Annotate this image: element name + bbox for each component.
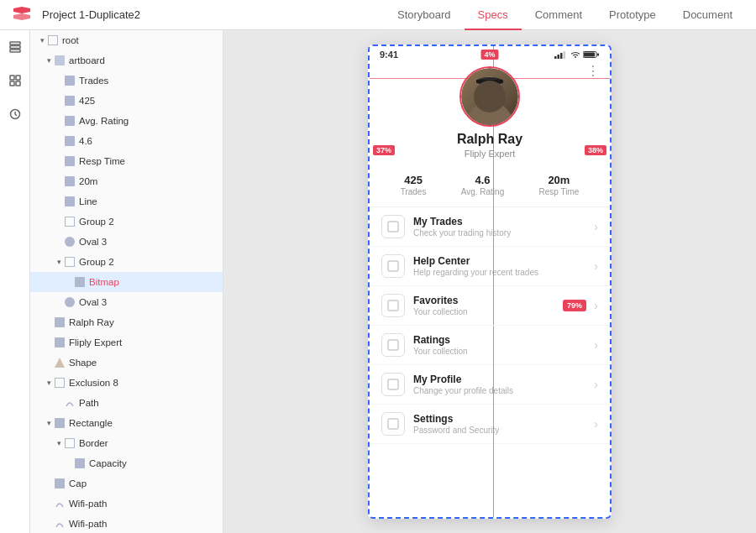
- tree-cap[interactable]: ▸Cap: [30, 473, 223, 494]
- menu-arrow-icon: ›: [594, 417, 598, 431]
- menu-arrow-icon: ›: [594, 299, 598, 312]
- tab-storyboard[interactable]: Storyboard: [384, 0, 465, 30]
- tab-comment[interactable]: Comment: [522, 0, 596, 30]
- phone-preview: 4% 37% 38% 9:41: [368, 44, 612, 519]
- layers-icon[interactable]: [5, 37, 25, 57]
- status-time: 9:41: [380, 50, 398, 60]
- topbar: Project 1-Duplicate2 Storyboard Specs Co…: [0, 0, 756, 30]
- stat-rating: 4.6 Avg. Rating: [461, 174, 505, 196]
- ratings-icon: [381, 333, 405, 357]
- menu-arrow-icon: ›: [594, 378, 598, 391]
- stat-rating-label: Avg. Rating: [461, 187, 505, 196]
- svg-rect-2: [10, 50, 20, 52]
- tree-group2-first[interactable]: ▸Group 2: [30, 212, 223, 232]
- menu-ratings-text: Ratings Your collection: [413, 334, 594, 356]
- main-layout: ▾ root ▾ artboard ▸Trades ▸425 ▸Avg. Rat…: [0, 30, 756, 533]
- avatar-wrapper: [459, 66, 520, 127]
- list-item[interactable]: ▸20m: [30, 171, 223, 191]
- menu-arrow-icon: ›: [594, 259, 598, 273]
- my-profile-icon: [381, 373, 405, 396]
- menu-my-profile[interactable]: My Profile Change your profile details ›: [370, 365, 610, 405]
- list-item[interactable]: ▸Avg. Rating: [30, 111, 223, 131]
- list-item[interactable]: ▸4.6: [30, 131, 223, 151]
- three-dots-menu[interactable]: ⋮: [586, 63, 600, 79]
- svg-rect-20: [388, 261, 398, 271]
- project-title: Project 1-Duplicate2: [42, 8, 384, 21]
- profile-name: Ralph Ray: [457, 132, 522, 147]
- stat-trades-value: 425: [401, 174, 427, 186]
- stat-resptime-label: Resp Time: [539, 187, 580, 196]
- tree-ralph-ray[interactable]: ▸Ralph Ray: [30, 312, 223, 332]
- left-iconbar: [0, 30, 30, 533]
- stat-rating-value: 4.6: [461, 174, 505, 186]
- tree-path[interactable]: ▸Path: [30, 393, 223, 413]
- list-item[interactable]: ▸Trades: [30, 71, 223, 91]
- stat-resptime-value: 20m: [539, 174, 580, 186]
- tree-artboard[interactable]: ▾ artboard: [30, 50, 223, 71]
- menu-help-center[interactable]: Help Center Help regarding your recent t…: [370, 247, 610, 286]
- measure-top: 4%: [480, 50, 498, 60]
- svg-rect-24: [388, 419, 398, 429]
- help-center-icon: [381, 254, 405, 278]
- menu-profile-text: My Profile Change your profile details: [413, 374, 594, 395]
- stat-trades: 425 Trades: [401, 174, 427, 196]
- menu-my-trades[interactable]: My Trades Check your trading history ›: [370, 207, 610, 247]
- svg-rect-4: [16, 76, 20, 80]
- tree-fliply-expert[interactable]: ▸Fliply Expert: [30, 332, 223, 353]
- tree-exclusion8[interactable]: ▾Exclusion 8: [30, 373, 223, 393]
- stat-trades-label: Trades: [401, 187, 427, 196]
- app-logo: [10, 3, 34, 27]
- tree-root[interactable]: ▾ root: [30, 30, 223, 50]
- stat-resptime: 20m Resp Time: [539, 174, 580, 196]
- list-item[interactable]: ▸Oval 3: [30, 292, 223, 312]
- list-item[interactable]: ▸Wifi-path: [30, 514, 223, 533]
- menu-settings-text: Settings Password and Security: [413, 413, 594, 435]
- list-item[interactable]: ▸Resp Time: [30, 151, 223, 171]
- svg-rect-6: [16, 81, 20, 86]
- tree-shape[interactable]: ▸Shape: [30, 353, 223, 373]
- svg-rect-1: [10, 46, 20, 49]
- assets-icon[interactable]: [5, 71, 25, 91]
- list-item[interactable]: ▸Oval 3: [30, 232, 223, 252]
- profile-section: ⋮ Ralph Ray: [370, 63, 610, 167]
- menu-arrow-icon: ›: [594, 338, 598, 352]
- tab-prototype[interactable]: Prototype: [596, 0, 669, 30]
- tree-group2-second[interactable]: ▾Group 2: [30, 252, 223, 272]
- list-item[interactable]: ▸Line: [30, 191, 223, 212]
- svg-rect-11: [564, 51, 566, 59]
- list-item[interactable]: ▸425: [30, 91, 223, 111]
- tab-specs[interactable]: Specs: [465, 0, 522, 30]
- menu-ratings[interactable]: Ratings Your collection ›: [370, 326, 610, 365]
- svg-rect-9: [558, 55, 560, 59]
- canvas[interactable]: 4% 37% 38% 9:41: [223, 30, 756, 533]
- svg-rect-23: [388, 379, 398, 389]
- svg-rect-21: [388, 300, 398, 311]
- tree-rectangle[interactable]: ▾Rectangle: [30, 413, 223, 433]
- svg-rect-8: [554, 56, 557, 59]
- svg-rect-14: [597, 54, 599, 56]
- menu-favorites[interactable]: Favorites Your collection 79% ›: [370, 286, 610, 326]
- stats-row: 425 Trades 4.6 Avg. Rating 20m Resp Time: [370, 167, 610, 207]
- clock-icon[interactable]: [5, 104, 25, 124]
- svg-rect-13: [584, 53, 595, 57]
- svg-rect-3: [10, 76, 14, 80]
- favorites-badge: 79%: [563, 300, 586, 311]
- profile-subtitle: Fliply Expert: [465, 149, 516, 159]
- layer-tree: ▾ root ▾ artboard ▸Trades ▸425 ▸Avg. Rat…: [30, 30, 223, 533]
- wifi-icon: [570, 50, 580, 59]
- status-icons: [554, 50, 600, 59]
- tree-border[interactable]: ▾Border: [30, 433, 223, 453]
- tab-bar: Storyboard Specs Comment Prototype Docum…: [384, 0, 746, 30]
- battery-icon: [583, 50, 600, 59]
- menu-my-trades-text: My Trades Check your trading history: [413, 216, 594, 238]
- menu-settings[interactable]: Settings Password and Security ›: [370, 405, 610, 444]
- tree-bitmap[interactable]: ▸Bitmap: [30, 272, 223, 292]
- svg-rect-5: [10, 81, 14, 86]
- list-item[interactable]: ▸Wifi-path: [30, 494, 223, 514]
- tree-capacity[interactable]: ▸Capacity: [30, 453, 223, 473]
- tab-document[interactable]: Document: [669, 0, 746, 30]
- menu-help-text: Help Center Help regarding your recent t…: [413, 255, 594, 277]
- avatar-selection-box: [459, 66, 520, 127]
- signal-icon: [554, 50, 568, 59]
- svg-rect-19: [388, 222, 398, 232]
